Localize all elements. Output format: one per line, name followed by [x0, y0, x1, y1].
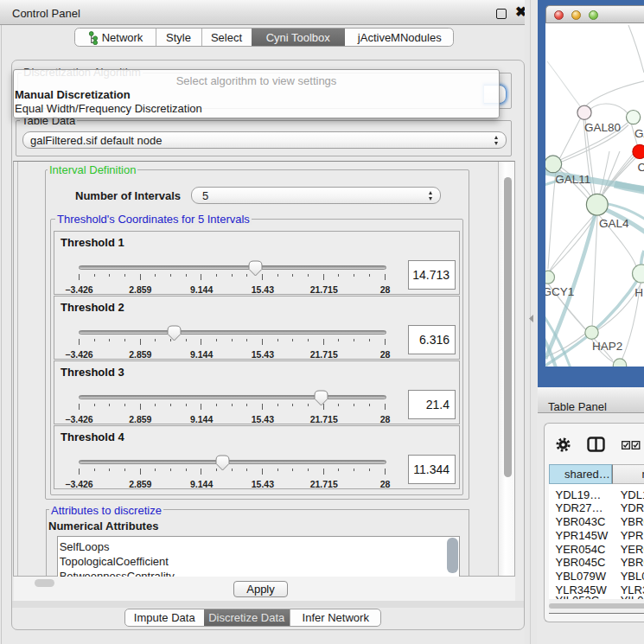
svg-text:GAL4: GAL4 [599, 217, 629, 230]
svg-text:CA: CA [638, 161, 644, 174]
svg-text:GA: GA [634, 127, 644, 140]
svg-text:GAL80: GAL80 [584, 121, 621, 134]
svg-text:H: H [634, 286, 643, 299]
svg-text:GCY1: GCY1 [545, 285, 574, 298]
svg-text:HAP2: HAP2 [592, 340, 622, 353]
svg-text:GAL11: GAL11 [555, 173, 590, 186]
